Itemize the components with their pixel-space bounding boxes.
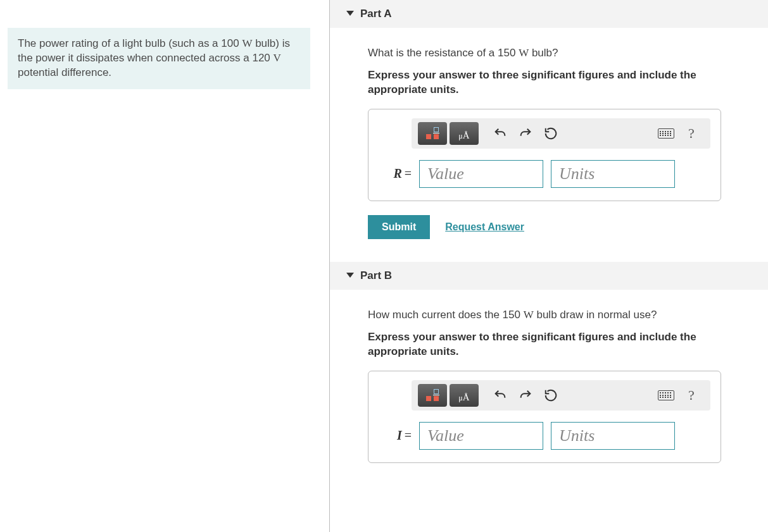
fraction-template-button[interactable] — [418, 384, 447, 407]
keyboard-button[interactable] — [653, 122, 679, 145]
value-input[interactable]: Value — [419, 422, 543, 450]
part-a-title: Part A — [360, 8, 391, 20]
units-symbol-button[interactable]: μÅ — [450, 122, 479, 145]
fraction-template-button[interactable] — [418, 122, 447, 145]
units-input[interactable]: Units — [551, 160, 675, 188]
part-b-answer-card: μÅ — [368, 371, 721, 463]
undo-button[interactable] — [488, 384, 513, 407]
part-b-question: How much current does the 150 W bulb dra… — [368, 309, 755, 321]
part-a-answer-card: μÅ — [368, 109, 721, 201]
problem-text: The power rating of a light bulb (such a… — [18, 37, 242, 49]
part-a-body: What is the resistance of a 150 W bulb? … — [330, 28, 768, 262]
part-b-body: How much current does the 150 W bulb dra… — [330, 290, 768, 486]
answer-toolbar: μÅ — [412, 118, 710, 149]
help-icon: ? — [688, 125, 695, 142]
answer-toolbar: μÅ — [412, 380, 710, 411]
request-answer-link[interactable]: Request Answer — [445, 221, 524, 233]
submit-button[interactable]: Submit — [368, 215, 430, 239]
keyboard-icon — [658, 390, 674, 400]
unit-v: V — [274, 52, 281, 64]
chevron-down-icon — [346, 11, 354, 16]
problem-statement: The power rating of a light bulb (such a… — [8, 28, 310, 89]
value-input[interactable]: Value — [419, 160, 543, 188]
keyboard-icon — [658, 128, 674, 139]
part-b-title: Part B — [360, 269, 392, 282]
part-a-instruction: Express your answer to three significant… — [368, 68, 755, 97]
units-input[interactable]: Units — [551, 422, 675, 450]
part-a-question: What is the resistance of a 150 W bulb? — [368, 47, 755, 59]
part-b-header[interactable]: Part B — [330, 262, 768, 290]
keyboard-button[interactable] — [653, 384, 679, 407]
help-icon: ? — [688, 387, 695, 404]
part-a-header[interactable]: Part A — [330, 0, 768, 28]
units-symbol-button[interactable]: μÅ — [450, 384, 479, 407]
help-button[interactable]: ? — [679, 384, 704, 407]
redo-button[interactable] — [513, 384, 538, 407]
variable-label-r: R= — [379, 166, 412, 181]
unit-w: W — [242, 37, 252, 49]
variable-label-i: I= — [379, 428, 412, 443]
part-b-instruction: Express your answer to three significant… — [368, 330, 755, 359]
redo-button[interactable] — [513, 122, 538, 145]
reset-button[interactable] — [538, 122, 563, 145]
undo-button[interactable] — [488, 122, 513, 145]
help-button[interactable]: ? — [679, 122, 704, 145]
chevron-down-icon — [346, 273, 354, 278]
reset-button[interactable] — [538, 384, 563, 407]
